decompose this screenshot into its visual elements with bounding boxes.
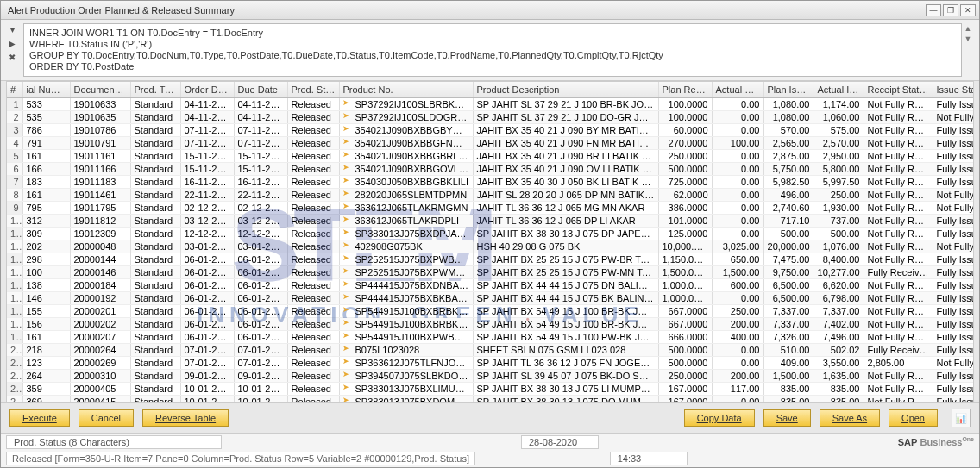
- table-row[interactable]: 2021820000264Standard07-01-202007-01-202…: [7, 343, 974, 356]
- cell-productno[interactable]: 354021J090BXBBGBRLILI: [339, 149, 473, 162]
- col-serial[interactable]: ial Number: [22, 82, 70, 97]
- table-row[interactable]: 479119010791Standard07-11-201907-11-2019…: [7, 136, 974, 149]
- table-row[interactable]: 2112320000269Standard07-01-202007-01-202…: [7, 356, 974, 369]
- cell-productno[interactable]: SP394507J075SLBKDOSODA: [339, 369, 473, 382]
- cell-productno[interactable]: SP383013J075BXDPJAPERTUJA: [339, 227, 473, 240]
- query-editor[interactable]: INNER JOIN WOR1 T1 ON T0.DocEntry = T1.D…: [23, 23, 962, 77]
- cell-docnum[interactable]: 19012309: [70, 227, 130, 240]
- col-productno[interactable]: Product No.: [339, 82, 473, 97]
- cell-docnum[interactable]: 20000144: [70, 253, 130, 265]
- cell-docnum[interactable]: 20000405: [70, 382, 130, 395]
- cell-productno[interactable]: SP544915J100BXPWBKJOGERBOXRESLETING: [339, 330, 473, 343]
- cell-productno[interactable]: SP383013J075BXDOMUMPUNG: [339, 395, 473, 402]
- cancel-button[interactable]: Cancel: [79, 409, 134, 427]
- result-grid[interactable]: STEM INNOVATION•GREEN•VALUE # ial Number…: [6, 81, 974, 402]
- cell-productno[interactable]: 363612J065TLAKRDPLI: [339, 214, 473, 227]
- col-prodtype[interactable]: Prod. Type: [130, 82, 180, 97]
- cell-docnum[interactable]: 20000184: [70, 278, 130, 291]
- cell-docnum[interactable]: 20000207: [70, 330, 130, 343]
- cell-productno[interactable]: SP37292IJ100SLBRBKJOGERSPESIALMENU: [339, 97, 473, 110]
- table-row[interactable]: 1329820000144Standard06-01-202006-01-202…: [7, 253, 974, 265]
- col-receiptstatus[interactable]: Receipt Status: [864, 82, 933, 97]
- cell-docnum[interactable]: 20000415: [70, 395, 130, 402]
- cell-serial[interactable]: 202: [22, 240, 70, 253]
- cell-productno[interactable]: SP544915J100BXBRBKJOGERBOXRESLETING: [339, 304, 473, 317]
- table-row[interactable]: 1031219011812Standard03-12-201903-12-201…: [7, 214, 974, 227]
- cell-serial[interactable]: 166: [22, 162, 70, 175]
- table-row[interactable]: 1916120000207Standard06-01-202006-01-202…: [7, 330, 974, 343]
- cell-docnum[interactable]: 20000269: [70, 356, 130, 369]
- cell-productno[interactable]: 354021J090BXBBGBYMRMR: [339, 123, 473, 136]
- open-button[interactable]: Open: [889, 409, 938, 427]
- table-row[interactable]: 378619010786Standard07-11-201907-11-2019…: [7, 123, 974, 136]
- save-as-button[interactable]: Save As: [820, 409, 880, 427]
- cell-serial[interactable]: 533: [22, 97, 70, 110]
- table-row[interactable]: 1130919012309Standard12-12-201912-12-201…: [7, 227, 974, 240]
- table-row[interactable]: 2436920000415Standard10-01-202010-01-202…: [7, 395, 974, 402]
- cell-docnum[interactable]: 19010635: [70, 110, 130, 123]
- table-row[interactable]: 1715520000201Standard06-01-202006-01-202…: [7, 304, 974, 317]
- col-planissue[interactable]: Plan Issue: [763, 82, 814, 97]
- col-orderdate[interactable]: Order Date: [180, 82, 234, 97]
- clear-icon[interactable]: ✖: [6, 51, 18, 63]
- scroll-up-icon[interactable]: ▲: [964, 24, 972, 33]
- col-actualreceipt[interactable]: Actual Receipt: [712, 82, 763, 97]
- cell-docnum[interactable]: 20000146: [70, 265, 130, 278]
- cell-serial[interactable]: 218: [22, 343, 70, 356]
- save-button[interactable]: Save: [763, 409, 811, 427]
- cell-productno[interactable]: SP444415J075BXBKBALINESIA: [339, 291, 473, 304]
- table-row[interactable]: 1614620000192Standard06-01-202006-01-202…: [7, 291, 974, 304]
- cell-serial[interactable]: 359: [22, 382, 70, 395]
- cell-serial[interactable]: 100: [22, 265, 70, 278]
- cell-docnum[interactable]: 19011161: [70, 149, 130, 162]
- query-scroll[interactable]: ▲ ▼: [962, 23, 974, 44]
- table-row[interactable]: 2335920000405Standard10-01-202010-01-202…: [7, 382, 974, 395]
- cell-serial[interactable]: 161: [22, 330, 70, 343]
- table-row[interactable]: 816119011461Standard22-11-201922-11-2019…: [7, 188, 974, 201]
- cell-productno[interactable]: SP252515J075BXPWMNTASSPUNBONDMBIRU: [339, 265, 473, 278]
- cell-serial[interactable]: 146: [22, 291, 70, 304]
- cell-docnum[interactable]: 19011461: [70, 188, 130, 201]
- close-icon[interactable]: ✕: [960, 4, 976, 16]
- cell-serial[interactable]: 156: [22, 317, 70, 330]
- cell-serial[interactable]: 309: [22, 227, 70, 240]
- cell-docnum[interactable]: 19011795: [70, 201, 130, 214]
- col-duedate[interactable]: Due Date: [234, 82, 287, 97]
- cell-docnum[interactable]: 20000264: [70, 343, 130, 356]
- cell-productno[interactable]: 354030J050BXBBGBKLILI: [339, 175, 473, 188]
- cell-productno[interactable]: B075L1023028: [339, 343, 473, 356]
- cell-docnum[interactable]: 19010786: [70, 123, 130, 136]
- col-actualissue[interactable]: Actual Issue: [814, 82, 864, 97]
- chevron-down-icon[interactable]: ▾: [6, 23, 18, 35]
- cell-docnum[interactable]: 19011183: [70, 175, 130, 188]
- col-issuestatus[interactable]: Issue Status: [933, 82, 974, 97]
- table-row[interactable]: 516119011161Standard15-11-201915-11-2019…: [7, 149, 974, 162]
- cell-serial[interactable]: 138: [22, 278, 70, 291]
- cell-productno[interactable]: 354021J090BXBBGOVLILI: [339, 162, 473, 175]
- table-row[interactable]: 616619011166Standard15-11-201915-11-2019…: [7, 162, 974, 175]
- cell-docnum[interactable]: 20000048: [70, 240, 130, 253]
- cell-productno[interactable]: SP383013J075BXLIMUMPUNG: [339, 382, 473, 395]
- table-row[interactable]: 718319011183Standard16-11-201916-11-2019…: [7, 175, 974, 188]
- table-row[interactable]: 979519011795Standard02-12-201902-12-2019…: [7, 201, 974, 214]
- cell-serial[interactable]: 535: [22, 110, 70, 123]
- cell-serial[interactable]: 298: [22, 253, 70, 265]
- execute-button[interactable]: Execute: [9, 409, 70, 427]
- cell-serial[interactable]: 786: [22, 123, 70, 136]
- cell-docnum[interactable]: 19010791: [70, 136, 130, 149]
- cell-productno[interactable]: SP444415J075BXDNBALINESIA: [339, 278, 473, 291]
- scroll-down-icon[interactable]: ▼: [964, 34, 972, 43]
- cell-serial[interactable]: 161: [22, 188, 70, 201]
- minimize-icon[interactable]: —: [926, 4, 941, 16]
- table-row[interactable]: 253519010635Standard04-11-201904-11-2019…: [7, 110, 974, 123]
- table-row[interactable]: 1220220000048Standard03-01-202003-01-202…: [7, 240, 974, 253]
- col-prodstatus[interactable]: Prod. Status: [287, 82, 339, 97]
- chart-icon[interactable]: 📊: [952, 409, 971, 427]
- cell-productno[interactable]: SP544915J100BXBRBKJOGERBOXRESLETING: [339, 317, 473, 330]
- cell-productno[interactable]: 282020J065SLBMTDPMN: [339, 188, 473, 201]
- cell-productno[interactable]: SP252515J075BXPWBRTASSPUNBONDMMERAH: [339, 253, 473, 265]
- cell-productno[interactable]: 402908G075BK: [339, 240, 473, 253]
- cell-productno[interactable]: 363612J065TLAKRMGMN: [339, 201, 473, 214]
- col-planreceipt[interactable]: Plan Receipt: [658, 82, 712, 97]
- table-row[interactable]: 2226420000310Standard09-01-202009-01-202…: [7, 369, 974, 382]
